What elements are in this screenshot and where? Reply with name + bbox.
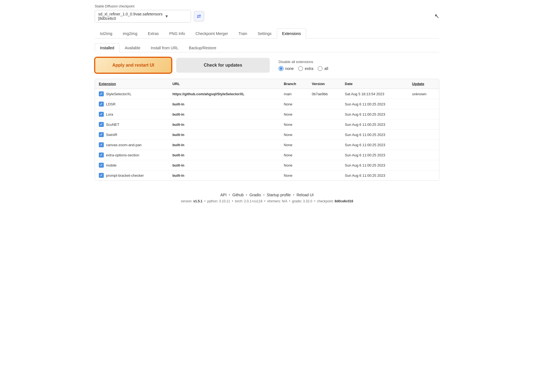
radio-none[interactable]: none <box>279 66 294 71</box>
ext-branch-cell: None <box>280 170 308 181</box>
ext-name-cell: Lora <box>95 109 168 119</box>
ext-version-cell <box>308 140 341 150</box>
ext-update-cell <box>408 170 439 181</box>
ext-name-cell: LDSR <box>95 99 168 109</box>
ext-date-cell: Sun Aug 6 11:00:25 2023 <box>341 99 408 109</box>
footer-startup[interactable]: Startup profile <box>267 193 291 197</box>
check-updates-button[interactable]: Check for updates <box>176 58 270 73</box>
footer-version: version: v1.5.1 • python: 3.10.11 • torc… <box>95 199 439 203</box>
table-row: LDSR built-inNoneSun Aug 6 11:00:25 2023 <box>95 99 439 109</box>
ext-version-cell <box>308 130 341 140</box>
radio-all[interactable]: all <box>318 66 328 71</box>
ext-name-cell: prompt-bracket-checker <box>95 170 168 181</box>
ext-name: prompt-bracket-checker <box>106 173 144 178</box>
subtab-available[interactable]: Available <box>119 43 146 52</box>
ext-name: LDSR <box>106 102 116 106</box>
apply-restart-button[interactable]: Apply and restart UI <box>95 57 172 73</box>
extensions-table-wrapper: Extension URL Branch Version Date Update… <box>95 79 439 181</box>
ext-url: built-in <box>172 112 184 116</box>
ext-name-cell: extra-options-section <box>95 150 168 160</box>
ext-name: Lora <box>106 112 113 116</box>
ext-version-cell: 0b7ae9bb <box>308 89 341 99</box>
tab-pnginfo[interactable]: PNG Info <box>164 28 190 39</box>
table-row: SwinIR built-inNoneSun Aug 6 11:00:25 20… <box>95 130 439 140</box>
ext-update-cell <box>408 109 439 119</box>
ext-checkbox[interactable] <box>99 122 104 127</box>
footer-api[interactable]: API <box>220 193 227 197</box>
ext-url: built-in <box>172 153 184 157</box>
tab-train[interactable]: Train <box>233 28 252 39</box>
ext-update-cell <box>408 99 439 109</box>
ext-date-cell: Sun Aug 6 11:00:25 2023 <box>341 170 408 181</box>
radio-extra-label: extra <box>305 66 313 71</box>
tab-extras[interactable]: Extras <box>143 28 164 39</box>
footer: API • Github • Gradio • Startup profile … <box>95 187 439 206</box>
col-version: Version <box>308 79 341 89</box>
footer-reload[interactable]: Reload UI <box>296 193 314 197</box>
ext-version-cell <box>308 99 341 109</box>
tab-settings[interactable]: Settings <box>252 28 277 39</box>
ext-name-cell: StyleSelectorXL <box>95 89 168 99</box>
extensions-table: Extension URL Branch Version Date Update… <box>95 79 439 180</box>
footer-github[interactable]: Github <box>232 193 244 197</box>
refresh-button[interactable]: ⇄ <box>194 11 204 21</box>
ext-url-cell: built-in <box>168 119 280 130</box>
cursor-icon: ↖ <box>434 13 439 20</box>
ext-date-cell: Sun Aug 6 11:00:25 2023 <box>341 140 408 150</box>
ext-name-cell: mobile <box>95 160 168 170</box>
ext-url: built-in <box>172 102 184 106</box>
ext-checkbox[interactable] <box>99 163 104 168</box>
radio-extra-circle <box>298 66 303 71</box>
tab-img2img[interactable]: img2img <box>118 28 143 39</box>
table-row: canvas-zoom-and-pan built-inNoneSun Aug … <box>95 140 439 150</box>
footer-gradio[interactable]: Gradio <box>249 193 261 197</box>
ext-checkbox[interactable] <box>99 153 104 157</box>
col-extension[interactable]: Extension <box>95 79 168 89</box>
ext-url-cell: https://github.com/ahgsql/StyleSelectorX… <box>168 89 280 99</box>
footer-dot-4: • <box>293 193 294 197</box>
tab-checkpoint-merger[interactable]: Checkpoint Merger <box>190 28 233 39</box>
table-row: prompt-bracket-checker built-inNoneSun A… <box>95 170 439 181</box>
subtab-install-from-url[interactable]: Install from URL <box>146 43 184 52</box>
ext-date-cell: Sat Aug 5 18:13:54 2023 <box>341 89 408 99</box>
ext-version-cell <box>308 119 341 130</box>
ext-update-cell <box>408 130 439 140</box>
checkpoint-select[interactable]: sd_xl_refiner_1.0_0.9vae.safetensors [8d… <box>95 10 191 23</box>
table-row: extra-options-section built-inNoneSun Au… <box>95 150 439 160</box>
table-row: mobile built-inNoneSun Aug 6 11:00:25 20… <box>95 160 439 170</box>
ext-name: SwinIR <box>106 133 117 137</box>
radio-extra[interactable]: extra <box>298 66 313 71</box>
ext-checkbox[interactable] <box>99 132 104 137</box>
col-update[interactable]: Update <box>408 79 439 89</box>
tab-txt2img[interactable]: txt2img <box>95 28 118 39</box>
subtab-backup-restore[interactable]: Backup/Restore <box>184 43 222 52</box>
ext-url: built-in <box>172 122 184 127</box>
ext-checkbox[interactable] <box>99 112 104 117</box>
ext-update-cell: unknown <box>408 89 439 99</box>
ext-date-cell: Sun Aug 6 11:00:25 2023 <box>341 130 408 140</box>
disable-extensions-group: Disable all extensions none extra all <box>279 60 328 71</box>
ext-checkbox[interactable] <box>99 102 104 107</box>
ext-checkbox[interactable] <box>99 91 104 96</box>
ext-checkbox[interactable] <box>99 142 104 147</box>
ext-branch-cell: None <box>280 150 308 160</box>
ext-branch-cell: main <box>280 89 308 99</box>
disable-label: Disable all extensions <box>279 60 328 64</box>
ext-url-cell: built-in <box>168 109 280 119</box>
ext-update-cell <box>408 140 439 150</box>
radio-all-label: all <box>324 66 328 71</box>
ext-version-cell <box>308 170 341 181</box>
chevron-down-icon: ▼ <box>165 14 187 18</box>
refresh-icon: ⇄ <box>197 13 201 19</box>
col-date: Date <box>341 79 408 89</box>
ext-date-cell: Sun Aug 6 11:00:25 2023 <box>341 109 408 119</box>
ext-date-cell: Sun Aug 6 11:00:25 2023 <box>341 119 408 130</box>
subtab-installed[interactable]: Installed <box>95 43 119 52</box>
ext-checkbox[interactable] <box>99 173 104 178</box>
ext-update-cell <box>408 119 439 130</box>
ext-url-cell: built-in <box>168 140 280 150</box>
tab-extensions[interactable]: Extensions <box>277 28 306 39</box>
radio-group: none extra all <box>279 66 328 71</box>
ext-version-cell <box>308 109 341 119</box>
table-row: Lora built-inNoneSun Aug 6 11:00:25 2023 <box>95 109 439 119</box>
